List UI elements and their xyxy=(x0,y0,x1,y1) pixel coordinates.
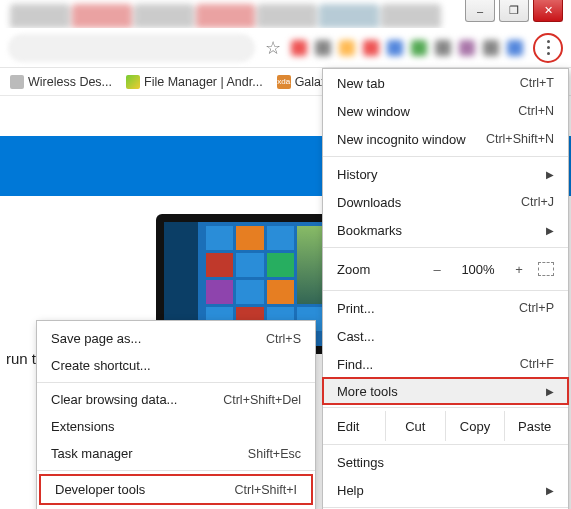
menu-label: More tools xyxy=(337,384,540,399)
menu-label: New window xyxy=(337,104,518,119)
chevron-right-icon: ▶ xyxy=(546,169,554,180)
bookmark-star-icon[interactable]: ☆ xyxy=(265,37,281,59)
menu-label: Save page as... xyxy=(51,331,266,346)
menu-label: Task manager xyxy=(51,446,248,461)
zoom-in-button[interactable]: + xyxy=(510,262,528,277)
menu-shortcut: Ctrl+S xyxy=(266,332,301,346)
menu-label: Find... xyxy=(337,357,520,372)
favicon-icon: xda xyxy=(277,75,291,89)
menu-downloads[interactable]: Downloads Ctrl+J xyxy=(323,188,568,216)
chevron-right-icon: ▶ xyxy=(546,386,554,397)
toolbar: ☆ xyxy=(0,28,571,68)
submenu-save-page[interactable]: Save page as... Ctrl+S xyxy=(37,325,315,352)
bookmark-label: Wireless Des... xyxy=(28,75,112,89)
menu-new-incognito[interactable]: New incognito window Ctrl+Shift+N xyxy=(323,125,568,153)
menu-label: Settings xyxy=(337,455,554,470)
menu-bookmarks[interactable]: Bookmarks ▶ xyxy=(323,216,568,244)
menu-separator xyxy=(323,407,568,408)
menu-shortcut: Ctrl+N xyxy=(518,104,554,118)
menu-shortcut: Shift+Esc xyxy=(248,447,301,461)
menu-print[interactable]: Print... Ctrl+P xyxy=(323,294,568,322)
zoom-out-button[interactable]: – xyxy=(428,262,446,277)
bookmark-item[interactable]: File Manager | Andr... xyxy=(126,75,263,89)
chevron-right-icon: ▶ xyxy=(546,225,554,236)
menu-cast[interactable]: Cast... xyxy=(323,322,568,350)
chrome-menu-button[interactable] xyxy=(533,33,563,63)
menu-shortcut: Ctrl+P xyxy=(519,301,554,315)
menu-settings[interactable]: Settings xyxy=(323,448,568,476)
menu-label: History xyxy=(337,167,540,182)
chrome-main-menu: New tab Ctrl+T New window Ctrl+N New inc… xyxy=(322,68,569,509)
menu-separator xyxy=(323,290,568,291)
window-controls: – ❐ ✕ xyxy=(465,0,563,28)
edit-paste-button[interactable]: Paste xyxy=(504,411,564,441)
menu-zoom-row: Zoom – 100% + xyxy=(323,251,568,287)
menu-shortcut: Ctrl+T xyxy=(520,76,554,90)
menu-label: Print... xyxy=(337,301,519,316)
menu-help[interactable]: Help ▶ xyxy=(323,476,568,504)
menu-separator xyxy=(323,444,568,445)
menu-separator xyxy=(37,470,315,471)
menu-shortcut: Ctrl+Shift+I xyxy=(234,483,297,497)
kebab-icon xyxy=(547,40,550,55)
menu-find[interactable]: Find... Ctrl+F xyxy=(323,350,568,378)
edit-copy-button[interactable]: Copy xyxy=(445,411,505,441)
submenu-extensions[interactable]: Extensions xyxy=(37,413,315,440)
menu-label: New incognito window xyxy=(337,132,486,147)
fullscreen-icon[interactable] xyxy=(538,262,554,276)
menu-separator xyxy=(323,156,568,157)
menu-label: Developer tools xyxy=(55,482,234,497)
menu-new-window[interactable]: New window Ctrl+N xyxy=(323,97,568,125)
more-tools-submenu: Save page as... Ctrl+S Create shortcut..… xyxy=(36,320,316,509)
extensions-row xyxy=(291,40,523,56)
chevron-right-icon: ▶ xyxy=(546,485,554,496)
menu-separator xyxy=(323,507,568,508)
menu-shortcut: Ctrl+F xyxy=(520,357,554,371)
menu-separator xyxy=(37,382,315,383)
favicon-icon xyxy=(126,75,140,89)
bookmark-label: File Manager | Andr... xyxy=(144,75,263,89)
menu-separator xyxy=(323,247,568,248)
menu-edit-row: Edit Cut Copy Paste xyxy=(323,411,568,441)
menu-history[interactable]: History ▶ xyxy=(323,160,568,188)
address-bar[interactable] xyxy=(8,34,255,62)
minimize-button[interactable]: – xyxy=(465,0,495,22)
menu-shortcut: Ctrl+Shift+N xyxy=(486,132,554,146)
menu-label: Downloads xyxy=(337,195,521,210)
menu-new-tab[interactable]: New tab Ctrl+T xyxy=(323,69,568,97)
menu-label: Clear browsing data... xyxy=(51,392,223,407)
menu-label: Extensions xyxy=(51,419,301,434)
maximize-button[interactable]: ❐ xyxy=(499,0,529,22)
close-button[interactable]: ✕ xyxy=(533,0,563,22)
menu-more-tools[interactable]: More tools ▶ xyxy=(322,377,569,405)
edit-cut-button[interactable]: Cut xyxy=(385,411,445,441)
menu-shortcut: Ctrl+Shift+Del xyxy=(223,393,301,407)
menu-label: Zoom xyxy=(337,262,370,277)
menu-label: New tab xyxy=(337,76,520,91)
menu-label: Edit xyxy=(337,419,385,434)
menu-shortcut: Ctrl+J xyxy=(521,195,554,209)
menu-label: Create shortcut... xyxy=(51,358,301,373)
submenu-developer-tools[interactable]: Developer tools Ctrl+Shift+I xyxy=(41,476,311,503)
menu-label: Bookmarks xyxy=(337,223,540,238)
zoom-percent: 100% xyxy=(456,262,500,277)
tab-strip xyxy=(0,4,441,28)
submenu-create-shortcut[interactable]: Create shortcut... xyxy=(37,352,315,379)
bookmark-item[interactable]: Wireless Des... xyxy=(10,75,112,89)
submenu-clear-data[interactable]: Clear browsing data... Ctrl+Shift+Del xyxy=(37,386,315,413)
favicon-icon xyxy=(10,75,24,89)
submenu-task-manager[interactable]: Task manager Shift+Esc xyxy=(37,440,315,467)
menu-label: Cast... xyxy=(337,329,554,344)
menu-label: Help xyxy=(337,483,540,498)
